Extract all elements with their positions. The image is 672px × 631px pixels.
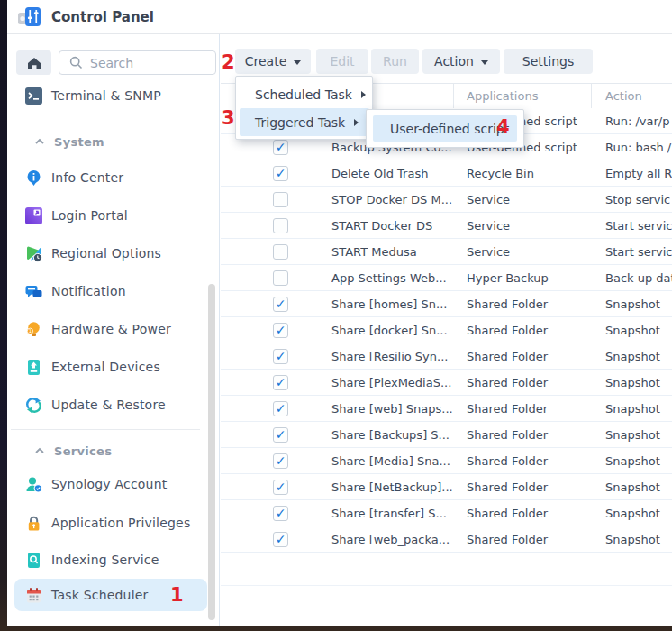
sidebar-item-regional-options[interactable]: Regional Options [14,238,207,269]
header-applications[interactable]: Applications [467,89,538,103]
sidebar-item-label: Info Center [51,170,123,185]
home-button[interactable] [16,50,51,75]
row-checkbox[interactable]: ✓ [273,375,288,390]
check-icon: ✓ [276,141,286,153]
sidebar-item-external-devices[interactable]: External Devices [14,352,207,382]
sidebar-group-system[interactable]: System [14,129,207,154]
row-checkbox[interactable] [273,192,288,207]
table-row[interactable]: STOP Docker DS M... Service Stop servic [221,187,672,213]
chevron-up-icon [34,136,45,147]
sidebar-divider [11,123,200,123]
search-placeholder: Search [90,56,133,70]
row-checkbox[interactable]: ✓ [273,349,288,364]
settings-button[interactable]: Settings [504,49,593,74]
edit-button[interactable]: Edit [316,49,368,74]
info-center-icon [25,169,42,187]
table-row[interactable]: START Medusa Service Start servic [221,239,672,265]
sidebar-item-label: Indexing Service [51,553,159,567]
table-footer-line [221,585,672,586]
table-row[interactable]: ✓ Share [web] Snaps... Shared Folder Sna… [221,396,672,422]
cell-task-name: STOP Docker DS M... [331,193,452,206]
cell-action: Stop servic [605,193,670,206]
cell-applications: Service [467,245,510,259]
cell-task-name: Share [NetBackup]... [331,480,453,494]
check-icon: ✓ [276,376,286,389]
menu-item-triggered-task[interactable]: Triggered Task [240,108,369,136]
check-icon: ✓ [276,428,286,441]
chevron-up-icon [34,445,45,456]
annotation-4: 4 [496,118,510,137]
menu-item-user-defined-script[interactable]: User-defined script [373,115,517,142]
check-icon: ✓ [276,324,286,336]
sidebar-item-notification[interactable]: Notification [14,276,207,306]
row-checkbox[interactable]: ✓ [273,506,288,521]
sidebar-item-label: Login Portal [51,208,128,223]
sidebar-item-application-privileges[interactable]: Application Privileges [14,508,207,538]
table-row[interactable]: ✓ Share [PlexMediaS... Shared Folder Sna… [221,370,672,396]
menu-item-scheduled-task[interactable]: Scheduled Task [240,80,369,108]
table-row[interactable]: App Settings Web... Hyper Backup Back up… [221,265,672,291]
search-input[interactable]: Search [59,50,216,75]
table-row[interactable]: ✓ Share [docker] Sn... Shared Folder Sna… [221,317,672,343]
row-checkbox[interactable] [273,218,288,233]
sidebar-scrollbar[interactable] [208,284,215,620]
task-scheduler-icon [25,587,42,604]
submenu-arrow-icon [354,119,359,126]
row-checkbox[interactable]: ✓ [273,532,288,547]
chevron-down-icon [481,60,488,65]
create-button[interactable]: Create [235,49,311,74]
row-checkbox[interactable]: ✓ [273,401,288,416]
cell-action: Run: /var/p [605,114,669,128]
table-row[interactable]: ✓ Delete Old Trash Recycle Bin Empty all… [221,160,672,187]
cell-applications: Shared Folder [467,428,548,442]
sidebar-item-update-restore[interactable]: Update & Restore [14,389,207,420]
sidebar-main-divider [219,34,220,626]
sidebar-item-indexing-service[interactable]: Indexing Service [14,544,207,575]
table-row[interactable]: ✓ Share [web_packa... Shared Folder Snap… [221,526,672,553]
row-checkbox[interactable]: ✓ [273,427,288,443]
sidebar-group-services[interactable]: Services [14,438,207,463]
cell-task-name: Share [web] Snaps... [331,402,453,416]
run-button[interactable]: Run [371,49,419,74]
cell-action: Snapshot [605,297,660,311]
hardware-power-icon: 1 [25,321,42,338]
table-row[interactable]: ✓ Share [homes] Sn... Shared Folder Snap… [221,291,672,317]
table-row[interactable]: ✓ Share [NetBackup]... Shared Folder Sna… [221,474,672,500]
sidebar-item-synology-account[interactable]: Synology Account [14,469,207,499]
cell-task-name: App Settings Web... [331,271,447,285]
sidebar-item-info-center[interactable]: Info Center [14,162,207,193]
cell-applications: Shared Folder [467,480,548,494]
row-checkbox[interactable]: ✓ [273,166,288,181]
table-row[interactable]: ✓ Share [Resilio Syn... Shared Folder Sn… [221,343,672,370]
row-checkbox[interactable]: ✓ [273,323,288,338]
annotation-3: 3 [222,109,235,128]
home-icon [27,57,41,69]
cell-applications: Shared Folder [467,454,548,468]
terminal-icon [25,87,42,105]
row-checkbox[interactable]: ✓ [273,297,288,312]
cell-applications: Shared Folder [467,533,548,546]
cell-applications: Shared Folder [467,376,548,389]
sidebar-item-label: Application Privileges [51,516,190,530]
row-checkbox[interactable] [273,244,288,260]
notification-icon [25,283,42,300]
sidebar-item-login-portal[interactable]: Login Portal [14,200,207,231]
sidebar-divider [11,429,200,430]
row-checkbox[interactable] [273,270,288,286]
table-row[interactable]: ✓ Share [transfer] S... Shared Folder Sn… [221,500,672,526]
update-restore-icon [25,397,42,414]
action-button[interactable]: Action [422,49,500,74]
svg-text:1: 1 [29,328,32,334]
check-icon: ✓ [276,167,286,179]
header-action[interactable]: Action [605,89,642,103]
cell-task-name: Share [transfer] S... [331,507,447,520]
row-checkbox[interactable]: ✓ [273,453,288,469]
sidebar-item-terminal-snmp[interactable]: Terminal & SNMP [14,80,207,111]
row-checkbox[interactable]: ✓ [273,140,288,155]
table-row[interactable]: START Docker DS Service Start servic [221,213,672,239]
row-checkbox[interactable]: ✓ [273,480,288,495]
table-row[interactable]: ✓ Share [Media] Sna... Shared Folder Sna… [221,448,672,474]
sidebar-item-hardware-power[interactable]: 1 Hardware & Power [14,314,207,344]
table-row[interactable]: ✓ Share [Backups] S... Shared Folder Sna… [221,422,672,448]
edit-button-label: Edit [330,54,354,69]
